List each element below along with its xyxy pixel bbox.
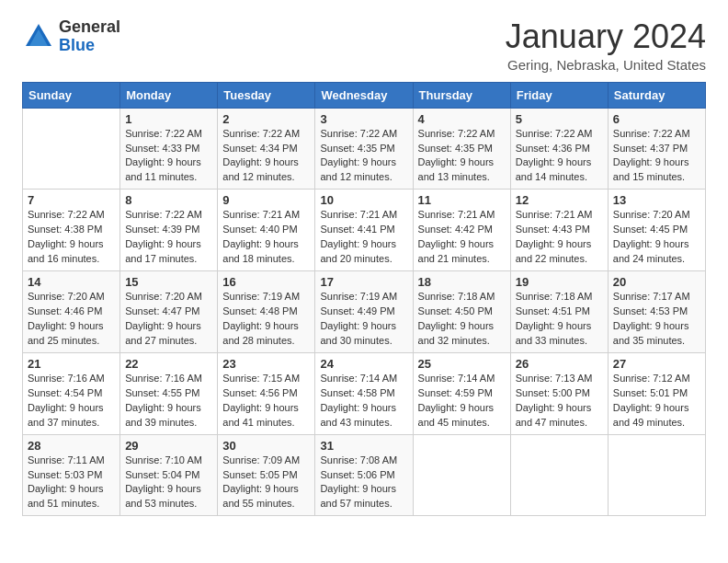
day-info: Sunrise: 7:21 AMSunset: 4:41 PMDaylight:… bbox=[320, 208, 407, 267]
calendar-body: 1Sunrise: 7:22 AMSunset: 4:33 PMDaylight… bbox=[23, 108, 706, 516]
day-info: Sunrise: 7:21 AMSunset: 4:40 PMDaylight:… bbox=[222, 208, 310, 267]
calendar-cell: 24Sunrise: 7:14 AMSunset: 4:58 PMDayligh… bbox=[315, 352, 413, 434]
month-title: January 2024 bbox=[506, 18, 706, 55]
calendar-cell bbox=[23, 108, 120, 190]
calendar-cell: 25Sunrise: 7:14 AMSunset: 4:59 PMDayligh… bbox=[413, 352, 510, 434]
day-number: 24 bbox=[320, 357, 407, 371]
calendar-cell: 4Sunrise: 7:22 AMSunset: 4:35 PMDaylight… bbox=[413, 108, 510, 190]
day-info: Sunrise: 7:22 AMSunset: 4:36 PMDaylight:… bbox=[516, 127, 603, 186]
day-number: 9 bbox=[222, 193, 310, 207]
calendar-cell: 12Sunrise: 7:21 AMSunset: 4:43 PMDayligh… bbox=[510, 190, 608, 271]
day-number: 21 bbox=[28, 357, 115, 371]
calendar-cell: 8Sunrise: 7:22 AMSunset: 4:39 PMDaylight… bbox=[120, 190, 218, 271]
day-number: 29 bbox=[125, 439, 212, 453]
calendar-cell: 28Sunrise: 7:11 AMSunset: 5:03 PMDayligh… bbox=[23, 434, 120, 516]
calendar-cell: 13Sunrise: 7:20 AMSunset: 4:45 PMDayligh… bbox=[608, 190, 705, 271]
calendar-cell bbox=[510, 434, 608, 516]
day-info: Sunrise: 7:16 AMSunset: 4:55 PMDaylight:… bbox=[125, 372, 212, 431]
calendar-cell: 31Sunrise: 7:08 AMSunset: 5:06 PMDayligh… bbox=[315, 434, 413, 516]
calendar-cell: 27Sunrise: 7:12 AMSunset: 5:01 PMDayligh… bbox=[608, 352, 705, 434]
page-header: General Blue January 2024 Gering, Nebras… bbox=[22, 18, 706, 73]
day-info: Sunrise: 7:22 AMSunset: 4:34 PMDaylight:… bbox=[222, 127, 310, 186]
calendar-cell: 11Sunrise: 7:21 AMSunset: 4:42 PMDayligh… bbox=[413, 190, 510, 271]
header-wednesday: Wednesday bbox=[315, 82, 413, 108]
day-info: Sunrise: 7:08 AMSunset: 5:06 PMDaylight:… bbox=[320, 454, 407, 512]
day-info: Sunrise: 7:22 AMSunset: 4:35 PMDaylight:… bbox=[418, 127, 506, 186]
day-number: 17 bbox=[320, 275, 407, 289]
calendar-cell: 17Sunrise: 7:19 AMSunset: 4:49 PMDayligh… bbox=[315, 271, 413, 353]
day-number: 18 bbox=[418, 275, 506, 289]
day-number: 28 bbox=[28, 439, 115, 453]
day-info: Sunrise: 7:13 AMSunset: 5:00 PMDaylight:… bbox=[516, 372, 603, 431]
calendar-cell: 22Sunrise: 7:16 AMSunset: 4:55 PMDayligh… bbox=[120, 352, 218, 434]
calendar-cell: 6Sunrise: 7:22 AMSunset: 4:37 PMDaylight… bbox=[608, 108, 705, 190]
day-info: Sunrise: 7:14 AMSunset: 4:58 PMDaylight:… bbox=[320, 372, 407, 431]
calendar-cell: 1Sunrise: 7:22 AMSunset: 4:33 PMDaylight… bbox=[120, 108, 218, 190]
day-info: Sunrise: 7:22 AMSunset: 4:39 PMDaylight:… bbox=[125, 208, 212, 267]
header-sunday: Sunday bbox=[23, 82, 120, 108]
day-info: Sunrise: 7:17 AMSunset: 4:53 PMDaylight:… bbox=[613, 290, 700, 349]
day-info: Sunrise: 7:22 AMSunset: 4:35 PMDaylight:… bbox=[320, 127, 407, 186]
day-number: 5 bbox=[516, 112, 603, 126]
day-number: 30 bbox=[222, 439, 310, 453]
day-info: Sunrise: 7:11 AMSunset: 5:03 PMDaylight:… bbox=[28, 454, 115, 512]
day-number: 13 bbox=[613, 193, 700, 207]
day-number: 1 bbox=[125, 112, 212, 126]
day-info: Sunrise: 7:09 AMSunset: 5:05 PMDaylight:… bbox=[222, 454, 310, 512]
logo: General Blue bbox=[22, 18, 120, 55]
day-info: Sunrise: 7:20 AMSunset: 4:45 PMDaylight:… bbox=[613, 208, 700, 267]
calendar-cell bbox=[608, 434, 705, 516]
calendar-cell: 30Sunrise: 7:09 AMSunset: 5:05 PMDayligh… bbox=[218, 434, 315, 516]
day-info: Sunrise: 7:21 AMSunset: 4:43 PMDaylight:… bbox=[516, 208, 603, 267]
logo-icon bbox=[22, 20, 55, 53]
day-number: 12 bbox=[516, 193, 603, 207]
day-info: Sunrise: 7:18 AMSunset: 4:51 PMDaylight:… bbox=[516, 290, 603, 349]
day-number: 22 bbox=[125, 357, 212, 371]
header-tuesday: Tuesday bbox=[218, 82, 315, 108]
calendar-table: Sunday Monday Tuesday Wednesday Thursday… bbox=[22, 82, 706, 517]
day-number: 6 bbox=[613, 112, 700, 126]
day-number: 27 bbox=[613, 357, 700, 371]
day-info: Sunrise: 7:10 AMSunset: 5:04 PMDaylight:… bbox=[125, 454, 212, 512]
header-friday: Friday bbox=[510, 82, 608, 108]
day-number: 23 bbox=[222, 357, 310, 371]
calendar-week-row: 1Sunrise: 7:22 AMSunset: 4:33 PMDaylight… bbox=[23, 108, 706, 190]
day-info: Sunrise: 7:16 AMSunset: 4:54 PMDaylight:… bbox=[28, 372, 115, 431]
day-info: Sunrise: 7:22 AMSunset: 4:37 PMDaylight:… bbox=[613, 127, 700, 186]
day-number: 14 bbox=[28, 275, 115, 289]
calendar-cell: 19Sunrise: 7:18 AMSunset: 4:51 PMDayligh… bbox=[510, 271, 608, 353]
day-number: 25 bbox=[418, 357, 506, 371]
day-info: Sunrise: 7:20 AMSunset: 4:46 PMDaylight:… bbox=[28, 290, 115, 349]
calendar-cell: 29Sunrise: 7:10 AMSunset: 5:04 PMDayligh… bbox=[120, 434, 218, 516]
calendar-cell: 16Sunrise: 7:19 AMSunset: 4:48 PMDayligh… bbox=[218, 271, 315, 353]
calendar-week-row: 28Sunrise: 7:11 AMSunset: 5:03 PMDayligh… bbox=[23, 434, 706, 516]
day-number: 15 bbox=[125, 275, 212, 289]
day-info: Sunrise: 7:15 AMSunset: 4:56 PMDaylight:… bbox=[222, 372, 310, 431]
calendar-header: Sunday Monday Tuesday Wednesday Thursday… bbox=[23, 82, 706, 108]
header-monday: Monday bbox=[120, 82, 218, 108]
header-saturday: Saturday bbox=[608, 82, 705, 108]
calendar-week-row: 14Sunrise: 7:20 AMSunset: 4:46 PMDayligh… bbox=[23, 271, 706, 353]
day-number: 10 bbox=[320, 193, 407, 207]
day-info: Sunrise: 7:14 AMSunset: 4:59 PMDaylight:… bbox=[418, 372, 506, 431]
calendar-cell: 15Sunrise: 7:20 AMSunset: 4:47 PMDayligh… bbox=[120, 271, 218, 353]
calendar-cell: 26Sunrise: 7:13 AMSunset: 5:00 PMDayligh… bbox=[510, 352, 608, 434]
calendar-cell: 9Sunrise: 7:21 AMSunset: 4:40 PMDaylight… bbox=[218, 190, 315, 271]
day-info: Sunrise: 7:22 AMSunset: 4:33 PMDaylight:… bbox=[125, 127, 212, 186]
calendar-cell: 5Sunrise: 7:22 AMSunset: 4:36 PMDaylight… bbox=[510, 108, 608, 190]
weekday-header-row: Sunday Monday Tuesday Wednesday Thursday… bbox=[23, 82, 706, 108]
calendar-cell: 20Sunrise: 7:17 AMSunset: 4:53 PMDayligh… bbox=[608, 271, 705, 353]
day-number: 16 bbox=[222, 275, 310, 289]
day-number: 2 bbox=[222, 112, 310, 126]
day-number: 7 bbox=[28, 193, 115, 207]
day-info: Sunrise: 7:12 AMSunset: 5:01 PMDaylight:… bbox=[613, 372, 700, 431]
day-info: Sunrise: 7:18 AMSunset: 4:50 PMDaylight:… bbox=[418, 290, 506, 349]
day-number: 3 bbox=[320, 112, 407, 126]
location-text: Gering, Nebraska, United States bbox=[506, 57, 706, 73]
day-info: Sunrise: 7:19 AMSunset: 4:49 PMDaylight:… bbox=[320, 290, 407, 349]
day-number: 11 bbox=[418, 193, 506, 207]
calendar-cell: 18Sunrise: 7:18 AMSunset: 4:50 PMDayligh… bbox=[413, 271, 510, 353]
day-info: Sunrise: 7:20 AMSunset: 4:47 PMDaylight:… bbox=[125, 290, 212, 349]
day-number: 20 bbox=[613, 275, 700, 289]
calendar-cell: 3Sunrise: 7:22 AMSunset: 4:35 PMDaylight… bbox=[315, 108, 413, 190]
